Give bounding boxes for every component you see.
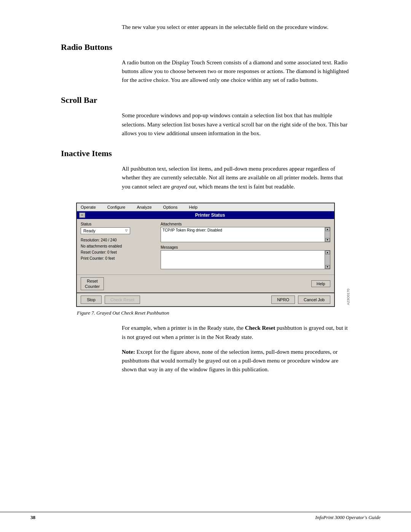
heading-radio-buttons: Radio Buttons: [61, 42, 350, 52]
cancel-job-button[interactable]: Cancel Job: [298, 296, 330, 304]
status-label: Status: [81, 222, 157, 226]
dialog-title: Printer Status: [88, 212, 332, 218]
menu-analyze[interactable]: Analyze: [137, 205, 151, 209]
attachments-scrollbar[interactable]: ▲ ▼: [325, 227, 330, 242]
book-title: InfoPrint 3000 Operator's Guide: [315, 514, 381, 521]
minimize-button[interactable]: −: [79, 212, 85, 218]
status-info: Resolution: 240 / 240 No attachments ena…: [81, 237, 157, 262]
page-footer: 38 InfoPrint 3000 Operator's Guide: [0, 512, 411, 521]
left-panel: Status Ready ▽ Resolution: 240 / 240 No …: [81, 222, 157, 272]
right-panel: Attachments TCP/IP Token Ring driver: Di…: [161, 222, 330, 272]
title-bar: − Printer Status: [77, 211, 334, 219]
status-value: Ready: [83, 228, 96, 233]
scroll-down-icon[interactable]: ▼: [325, 238, 330, 242]
dialog-body: Status Ready ▽ Resolution: 240 / 240 No …: [77, 219, 334, 275]
menu-bar: Operate Configure Analyze Options Help: [77, 203, 334, 211]
messages-label: Messages: [161, 245, 330, 249]
body-inactive-items: All pushbutton text, selection list item…: [122, 165, 350, 191]
msg-scroll-up-icon[interactable]: ▲: [325, 251, 330, 254]
note-label: Note:: [122, 349, 135, 355]
body-scroll-bar: Some procedure windows and pop-up window…: [122, 111, 350, 138]
heading-scroll-bar: Scroll Bar: [61, 95, 350, 105]
printer-screen: Operate Configure Analyze Options Help −…: [76, 203, 335, 307]
menu-operate[interactable]: Operate: [81, 205, 96, 209]
figure-side-label: A23O0170: [346, 289, 350, 305]
menu-help[interactable]: Help: [189, 205, 198, 209]
attachments-label: Attachments: [161, 222, 330, 226]
page-number: 38: [30, 514, 35, 521]
msg-scroll-down-icon[interactable]: ▼: [325, 265, 330, 269]
messages-scrollbar[interactable]: ▲ ▼: [325, 251, 330, 269]
note-paragraph: Note: Except for the figure above, none …: [122, 348, 350, 374]
scroll-up-icon[interactable]: ▲: [325, 227, 330, 231]
figure-container: Operate Configure Analyze Options Help −…: [76, 203, 350, 316]
body-paragraph-after-figure: For example, when a printer is in the Re…: [122, 324, 350, 342]
dialog-footer: Reset Counter Help: [77, 275, 334, 293]
menu-configure[interactable]: Configure: [107, 205, 126, 209]
dropdown-arrow-icon: ▽: [125, 229, 127, 232]
attachments-box: TCP/IP Token Ring driver: Disabled ▲ ▼: [161, 227, 330, 242]
stop-button[interactable]: Stop: [81, 296, 102, 304]
status-dropdown[interactable]: Ready ▽: [81, 227, 130, 234]
figure-caption: Figure 7. Grayed Out Check Reset Pushbut…: [77, 310, 350, 316]
attachments-value: TCP/IP Token Ring driver: Disabled: [162, 228, 222, 232]
messages-box: ▲ ▼: [161, 250, 330, 269]
bottom-button-row: Stop Check Reset NPRO Cancel Job: [77, 292, 334, 306]
npro-button[interactable]: NPRO: [271, 296, 295, 304]
check-reset-button[interactable]: Check Reset: [105, 296, 140, 304]
heading-inactive-items: Inactive Items: [61, 149, 350, 158]
help-button[interactable]: Help: [311, 280, 330, 287]
body-radio-buttons: A radio button on the Display Touch Scre…: [122, 58, 350, 85]
reset-counter-button[interactable]: Reset Counter: [81, 277, 104, 291]
menu-options[interactable]: Options: [163, 205, 178, 209]
intro-paragraph: The new value you select or enter appear…: [122, 23, 350, 32]
